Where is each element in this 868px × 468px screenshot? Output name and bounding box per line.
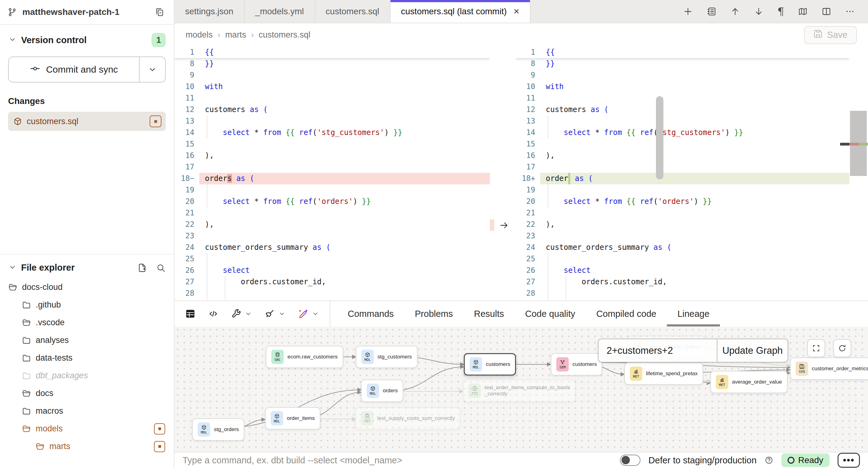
- line-number: 26: [515, 265, 540, 276]
- panel-tab-lineage[interactable]: Lineage: [667, 301, 720, 326]
- panel-tab-commands[interactable]: Commands: [337, 301, 404, 326]
- lineage-node-orditems[interactable]: MDLorder_items: [265, 407, 320, 430]
- code-line-17: 17: [175, 161, 490, 173]
- code-line-12: 12customers as (: [515, 104, 849, 116]
- lineage-canvas[interactable]: METcount_lifetime_ordersSRCecom.raw_cust…: [175, 326, 868, 452]
- line-number: 15: [175, 138, 199, 150]
- tab-customers-sql-last-commit-[interactable]: customers.sql (last commit)×: [391, 0, 531, 23]
- search-icon[interactable]: [156, 263, 166, 273]
- line-number: 28: [175, 288, 199, 299]
- wrench-tool-button[interactable]: [231, 309, 252, 319]
- broom-tool-button[interactable]: [265, 309, 286, 319]
- panel-tab-code-quality[interactable]: Code quality: [515, 301, 586, 326]
- line-content: orders.customer_id,: [199, 276, 490, 288]
- file-tree-item-models[interactable]: models: [8, 420, 166, 438]
- defer-toggle[interactable]: [620, 455, 641, 466]
- tab--models-yml[interactable]: _models.yml: [245, 0, 315, 23]
- diff-panel-modified[interactable]: 8}}910with1112customers as (1314 select …: [515, 46, 849, 301]
- line-number: 17: [175, 161, 199, 173]
- lineage-node-metrics[interactable]: SVQcustomer_order_metrics: [790, 357, 868, 380]
- diff-editor[interactable]: 8}}910with1112customers as (1314 select …: [175, 46, 868, 301]
- refresh-graph-button[interactable]: [833, 339, 851, 357]
- lineage-node-lifetime[interactable]: METlifetime_spend_pretax: [624, 363, 703, 385]
- lineage-node-tstsup[interactable]: TSTtest_supply_costs_sum_correctly: [355, 407, 460, 430]
- commit-options-caret[interactable]: [139, 57, 165, 82]
- node-type-badge-met: MET: [630, 367, 642, 381]
- lineage-node-stgord[interactable]: MDLstg_orders: [192, 418, 244, 441]
- lineage-node-custsem[interactable]: SEMcustomers: [551, 353, 602, 376]
- map-icon[interactable]: [798, 6, 808, 17]
- panel-tab-compiled-code[interactable]: Compiled code: [586, 301, 667, 326]
- file-tree-item-marts[interactable]: marts: [8, 438, 166, 455]
- tab-settings-json[interactable]: settings.json: [175, 0, 245, 23]
- panel-tab-results[interactable]: Results: [464, 301, 515, 326]
- file-tree: docs-cloud.github.vscodeanalysesdata-tes…: [8, 278, 166, 455]
- lineage-selector-input[interactable]: 2+customers+2: [598, 339, 717, 362]
- line-content: [199, 207, 490, 219]
- pilcrow-icon[interactable]: ¶: [777, 5, 784, 18]
- line-content: [199, 92, 490, 104]
- diff-removed-strip: [490, 219, 494, 231]
- save-button[interactable]: Save: [804, 26, 857, 44]
- table-tool-button[interactable]: [185, 309, 195, 319]
- arrow-up-icon[interactable]: [730, 6, 740, 17]
- chevron-down-icon[interactable]: [8, 263, 17, 273]
- modified-badge: [154, 423, 165, 435]
- list-icon[interactable]: [707, 6, 716, 17]
- fullscreen-button[interactable]: [807, 339, 825, 357]
- breadcrumb-item[interactable]: customers.sql: [258, 30, 310, 40]
- tab-customers-sql[interactable]: customers.sql: [315, 0, 391, 23]
- arrow-down-icon[interactable]: [754, 6, 764, 17]
- file-tree-item-analyses[interactable]: analyses: [8, 332, 166, 349]
- chevron-down-icon[interactable]: [8, 35, 17, 45]
- tab-label: customers.sql (last commit): [401, 6, 507, 17]
- help-question-icon[interactable]: [765, 456, 773, 465]
- lineage-node-orders[interactable]: MDLorders: [361, 379, 403, 402]
- left-panel-scrollbar[interactable]: [656, 96, 663, 179]
- file-tree-item-macros[interactable]: macros: [8, 402, 166, 420]
- codetag-tool-button[interactable]: [208, 309, 219, 319]
- columns-icon[interactable]: [822, 6, 831, 17]
- lineage-node-tstord[interactable]: TSTtest_order_items_compute_to_bools_cor…: [463, 379, 576, 402]
- changed-file-row[interactable]: customers.sql: [8, 112, 166, 131]
- revert-change-arrow[interactable]: [497, 219, 511, 231]
- file-tree-item-docs[interactable]: docs: [8, 384, 166, 402]
- commit-and-sync-button[interactable]: Commit and sync: [8, 57, 166, 83]
- panel-tab-problems[interactable]: Problems: [404, 301, 464, 326]
- diff-panel-original[interactable]: 8}}910with1112customers as (1314 select …: [175, 46, 490, 301]
- lineage-node-stgcust[interactable]: MDLstg_customers: [356, 346, 417, 368]
- lineage-node-avgord[interactable]: METaverage_order_value: [710, 371, 787, 393]
- code-line-27: 27 orders.customer_id,: [175, 276, 490, 288]
- close-icon[interactable]: ×: [514, 6, 519, 17]
- branch-name: matthewshaver-patch-1: [22, 7, 150, 17]
- file-tree-item-vscode[interactable]: .vscode: [8, 314, 166, 332]
- node-type-badge-tst: TST: [361, 411, 373, 426]
- lineage-node-custsel[interactable]: MDLcustomers: [464, 353, 516, 376]
- file-tree-item-docs-cloud[interactable]: docs-cloud: [8, 278, 166, 296]
- tabstrip-spacer: [531, 0, 683, 23]
- file-tree-item-github[interactable]: .github: [8, 296, 166, 314]
- line-number: 13: [175, 116, 199, 127]
- code-line-13: 13: [175, 116, 490, 127]
- new-file-icon[interactable]: [137, 263, 147, 273]
- dots-h-icon[interactable]: [845, 6, 855, 17]
- copy-icon[interactable]: [155, 7, 164, 17]
- diff-overview-ruler[interactable]: [849, 46, 868, 301]
- command-input[interactable]: Type a command, ex. dbt build --select <…: [183, 455, 612, 466]
- file-tree-item-dbt_packages[interactable]: dbt_packages: [8, 367, 166, 384]
- breadcrumb-item[interactable]: models: [186, 30, 213, 40]
- lineage-node-ecom[interactable]: SRCecom.raw_customers: [266, 346, 343, 368]
- magic-tool-button[interactable]: [298, 309, 319, 319]
- more-options-button[interactable]: •••: [838, 453, 860, 468]
- file-tree-item-data-tests[interactable]: data-tests: [8, 349, 166, 367]
- folder-icon: [22, 353, 31, 363]
- sticky-context-line: 1{{: [175, 46, 490, 58]
- line-number: 20: [515, 196, 540, 207]
- breadcrumb-item[interactable]: marts: [225, 30, 246, 40]
- code-line-19: 19: [515, 184, 849, 196]
- update-graph-button[interactable]: Update Graph: [717, 339, 787, 362]
- plus-icon[interactable]: [683, 6, 693, 17]
- chevron-down-icon: [245, 310, 252, 317]
- update-graph-control: 2+customers+2 Update Graph: [598, 339, 788, 363]
- code-line-9: 9: [515, 69, 849, 81]
